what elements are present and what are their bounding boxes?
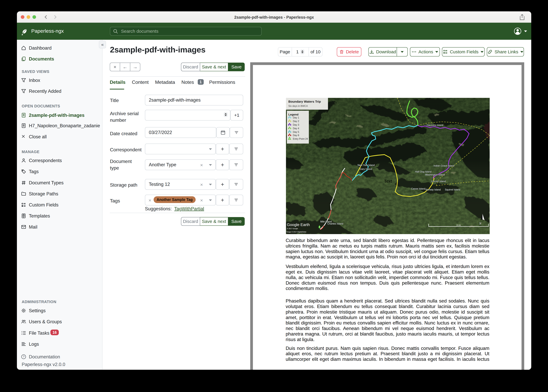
svg-text:Image © 2017 DigitalGlobe: Image © 2017 DigitalGlobe — [287, 231, 306, 233]
svg-text:Day 4: Day 4 — [293, 127, 299, 130]
svg-text:Day 6: Day 6 — [293, 134, 299, 137]
svg-text:Norway Island: Norway Island — [425, 188, 441, 191]
svg-text:N: N — [479, 222, 482, 225]
svg-text:Indian Grave Island: Indian Grave Island — [433, 164, 454, 167]
svg-text:?: ? — [23, 355, 25, 358]
svg-text:Day 3: Day 3 — [293, 124, 299, 126]
svg-text:Entry Point 24: Entry Point 24 — [293, 138, 308, 140]
svg-text:Half Dog Island: Half Dog Island — [415, 170, 431, 173]
svg-text:Six days in BWCA: Six days in BWCA — [288, 105, 308, 107]
svg-text:Google Earth: Google Earth — [287, 223, 310, 227]
svg-text:Washington Island: Washington Island — [425, 174, 445, 176]
svg-text:Charlies Island: Charlies Island — [327, 223, 343, 225]
svg-text:Canoe Island: Canoe Island — [411, 188, 425, 190]
svg-text:Squirrel Island: Squirrel Island — [445, 188, 460, 191]
svg-text:Lincoln Island: Lincoln Island — [431, 180, 446, 182]
svg-text:3 mi: 3 mi — [456, 224, 461, 226]
svg-text:Day 1: Day 1 — [293, 116, 299, 119]
svg-text:New York Island: New York Island — [358, 164, 375, 166]
svg-text:© 2017 Google: © 2017 Google — [287, 228, 298, 230]
svg-text:Text: Text — [384, 179, 392, 184]
svg-text:Day 2: Day 2 — [293, 120, 299, 123]
svg-text:Hausons Island: Hausons Island — [427, 124, 443, 126]
svg-text:Gary Island: Gary Island — [360, 168, 372, 170]
svg-text:Legend: Legend — [288, 113, 299, 116]
svg-text:Day 5: Day 5 — [293, 131, 299, 133]
svg-text:Boundary Waters Trip: Boundary Waters Trip — [288, 100, 321, 103]
